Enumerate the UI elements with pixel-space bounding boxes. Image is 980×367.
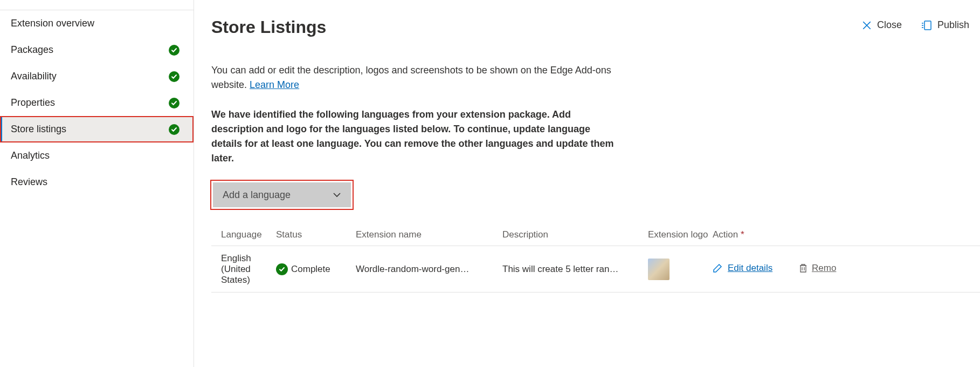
col-extension: Extension name — [356, 229, 502, 240]
close-icon — [862, 21, 872, 30]
required-asterisk: * — [741, 229, 744, 240]
add-language-dropdown[interactable]: Add a language — [213, 182, 351, 207]
nav-label: Extension overview — [11, 18, 94, 29]
check-icon — [169, 124, 180, 135]
svg-rect-0 — [924, 21, 931, 30]
check-icon — [169, 71, 180, 82]
remove-link[interactable]: Remo — [799, 263, 836, 274]
col-logo: Extension logo — [648, 229, 713, 240]
page-description: You can add or edit the description, log… — [211, 63, 621, 92]
col-status: Status — [276, 229, 356, 240]
close-label: Close — [877, 19, 902, 31]
instructions-text: We have identified the following languag… — [211, 107, 621, 166]
sidebar: Extension overview Packages Availability… — [0, 0, 194, 367]
col-description: Description — [502, 229, 648, 240]
cell-action: Edit details — [713, 263, 799, 276]
cell-language: English (United States) — [211, 253, 276, 286]
add-language-highlight: Add a language — [211, 181, 353, 209]
extension-logo-thumb — [648, 259, 670, 280]
cell-extension-name: Wordle-random-word-gen… — [356, 264, 502, 275]
cell-logo — [648, 259, 713, 280]
cell-description: This will create 5 letter ran… — [502, 264, 648, 275]
nav-label: Analytics — [11, 150, 50, 161]
chevron-down-icon — [333, 191, 341, 199]
nav-label: Properties — [11, 97, 55, 108]
nav-label: Packages — [11, 44, 53, 56]
pencil-icon — [713, 263, 722, 273]
status-check-icon — [276, 263, 288, 275]
publish-button[interactable]: Publish — [921, 19, 969, 31]
nav-packages[interactable]: Packages — [0, 37, 194, 63]
check-icon — [169, 45, 180, 56]
trash-icon — [799, 263, 808, 273]
publish-icon — [921, 20, 932, 31]
learn-more-link[interactable]: Learn More — [250, 79, 299, 90]
check-icon — [169, 98, 180, 108]
nav-label: Store listings — [11, 124, 66, 135]
table-header-row: Language Status Extension name Descripti… — [211, 229, 980, 246]
nav-extension-overview[interactable]: Extension overview — [0, 10, 194, 37]
edit-details-link[interactable]: Edit details — [713, 263, 772, 274]
nav-label: Availability — [11, 71, 57, 82]
header-actions: Close Publish — [862, 19, 969, 31]
col-language: Language — [211, 229, 276, 240]
table-row: English (United States) Complete Wordle-… — [211, 246, 980, 293]
nav-reviews[interactable]: Reviews — [0, 169, 194, 195]
publish-label: Publish — [937, 19, 969, 31]
cell-status: Complete — [276, 263, 356, 275]
nav-analytics[interactable]: Analytics — [0, 142, 194, 169]
main-content: Close Publish Store Listings You can add… — [194, 0, 980, 367]
nav-store-listings[interactable]: Store listings — [0, 116, 194, 142]
nav-availability[interactable]: Availability — [0, 63, 194, 90]
nav-label: Reviews — [11, 176, 47, 188]
cell-remove: Remo — [799, 263, 980, 276]
col-action: Action * — [713, 229, 799, 240]
nav-properties[interactable]: Properties — [0, 90, 194, 116]
dropdown-label: Add a language — [223, 189, 291, 201]
close-button[interactable]: Close — [862, 19, 902, 31]
